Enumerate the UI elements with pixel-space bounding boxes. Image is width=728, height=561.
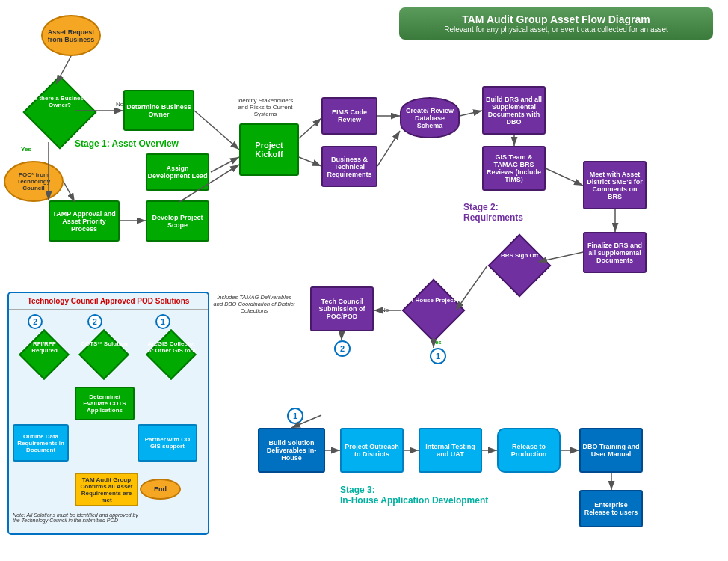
business-tech-req: Business & Technical Requirements	[321, 146, 377, 187]
tam-audit-confirms: TAM Audit Group Confirms all Asset Requi…	[75, 473, 138, 506]
finalize-brs: Finalize BRS and all supplemental Docume…	[583, 232, 647, 273]
tech-council-submission: Tech Council Submission of POC/POD	[310, 286, 374, 331]
outline-data: Outline Data Requirements in Document	[13, 424, 69, 462]
badge-2-rfi: 2	[28, 314, 43, 329]
svg-line-6	[64, 182, 75, 202]
rfi-rfp-diamond: RFI/RFP Required	[20, 334, 69, 375]
stage1-label: Stage 1: Asset Overview	[75, 138, 179, 149]
badge-1-build: 1	[287, 408, 303, 424]
project-outreach: Project Outreach to Districts	[340, 428, 404, 473]
yes-label-2: Yes	[431, 339, 442, 346]
determine-business-owner: Determine Business Owner	[123, 90, 194, 131]
eims-code-review: EIMS Code Review	[321, 97, 377, 135]
yes-label-1: Yes	[21, 146, 31, 153]
main-container: TAM Audit Group Asset Flow Diagram Relev…	[0, 0, 728, 561]
project-kickoff: Project Kickoff	[239, 123, 299, 176]
gis-team-tamag: GIS Team & TAMAG BRS Reviews (Include TI…	[482, 146, 546, 191]
create-review-db: Create/ Review Database Schema	[400, 97, 460, 138]
end-oval: End	[140, 479, 181, 500]
business-owner-diamond: Is there a Business Owner?	[22, 82, 97, 142]
no-label-2: No	[381, 307, 389, 313]
in-house-project-diamond: In-House Project?	[400, 284, 467, 337]
svg-line-10	[299, 118, 321, 138]
stage2-label: Stage 2: Requirements	[463, 202, 523, 223]
brs-sign-off-diamond: BRS Sign Off	[486, 239, 553, 292]
header-title: TAM Audit Group Asset Flow Diagram	[414, 13, 698, 25]
note-text: Note: All Solutions must be identified a…	[13, 512, 144, 523]
badge-1-right: 1	[430, 348, 446, 364]
identify-stakeholders-text: Identify Stakeholders and Risks to Curre…	[235, 97, 295, 117]
includes-tamag-text: Includes TAMAG Deliverables and DBO Coor…	[213, 294, 295, 314]
cots-diamond: COTS** Solution	[80, 334, 129, 375]
build-solution: Build Solution Deliverables In-House	[258, 428, 325, 473]
no-label-1: No	[116, 101, 123, 108]
tc-approved-title: Technology Council Approved POD Solution…	[9, 293, 208, 310]
meet-asset-district: Meet with Asset District SME's for Comme…	[583, 161, 647, 209]
build-brs: Build BRS and all Supplemental Documents…	[482, 86, 546, 135]
svg-line-11	[299, 157, 321, 166]
poc-oval: POC* from Technology Council	[4, 161, 64, 202]
stage3-label: Stage 3: In-House Application Developmen…	[340, 485, 488, 506]
partner-co-gis: Partner with CO GIS support	[138, 424, 197, 462]
badge-1-arcgis: 1	[155, 314, 170, 329]
develop-project-scope: Develop Project Scope	[146, 200, 209, 242]
enterprise-release: Enterprise Release to users	[579, 490, 643, 527]
tamp-approval: TAMP Approval and Asset Priority Process	[49, 200, 120, 242]
badge-2-cots: 2	[87, 314, 102, 329]
assign-dev-lead: Assign Development Lead	[146, 153, 209, 191]
left-box: Technology Council Approved POD Solution…	[7, 292, 209, 535]
internal-testing: Internal Testing and UAT	[419, 428, 482, 473]
svg-line-14	[460, 111, 482, 116]
svg-line-13	[377, 131, 400, 166]
asset-request-oval: Asset Request from Business	[41, 15, 101, 56]
header-subtitle: Relevant for any physical asset, or even…	[414, 25, 698, 34]
svg-line-4	[194, 111, 239, 150]
dbo-training: DBO Training and User Manual	[579, 428, 643, 473]
badge-2-left: 2	[334, 340, 351, 357]
arcgis-diamond: ArcGIS Collector or Other GIS tool	[147, 334, 196, 375]
release-production: Release to Production	[497, 428, 561, 473]
header-banner: TAM Audit Group Asset Flow Diagram Relev…	[399, 7, 713, 40]
svg-line-16	[546, 168, 583, 186]
svg-line-9	[211, 157, 239, 172]
determine-cots: Determine/ Evaluate COTS Applications	[75, 387, 135, 420]
